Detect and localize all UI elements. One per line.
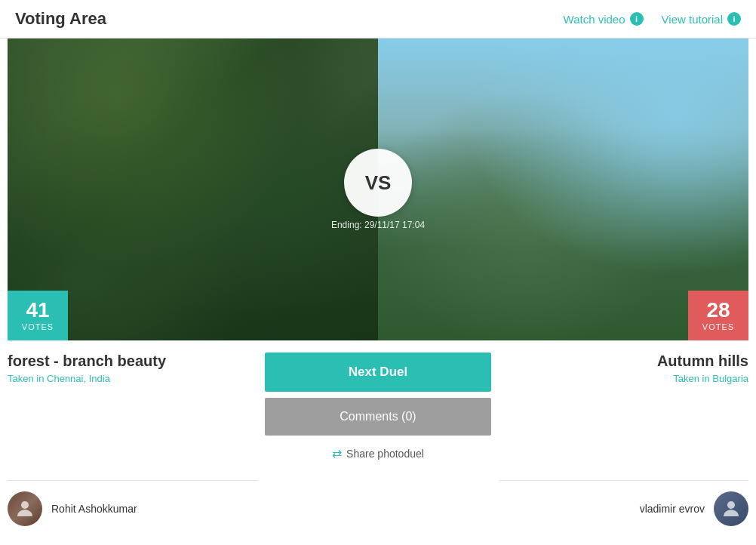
left-avatar-icon [14,497,36,520]
watch-video-link[interactable]: Watch video i [564,12,644,26]
user-section: Rohit Ashokkumar vladimir evrov [0,473,756,534]
vs-circle: VS [344,149,412,217]
comments-button[interactable]: Comments (0) [265,398,491,436]
right-user-avatar [714,491,748,526]
left-user: Rohit Ashokkumar [8,480,257,526]
header-actions: Watch video i View tutorial i [564,12,741,26]
info-section: forest - branch beauty Taken in Chennai,… [0,340,756,473]
svg-point-0 [21,501,29,509]
right-vote-label: VOTES [702,322,735,331]
view-tutorial-label: View tutorial [662,13,723,26]
right-photo-info: Autumn hills Taken in Bulgaria [499,353,748,384]
left-user-avatar [8,491,42,526]
svg-point-1 [727,501,735,509]
right-photo-title: Autumn hills [499,353,748,370]
next-duel-button[interactable]: Next Duel [265,353,491,392]
right-vote-count: 28 [702,300,735,321]
vote-badge-left: 41 VOTES [8,291,68,340]
left-vote-count: 41 [21,300,54,321]
page-title: Voting Area [15,9,106,29]
header: Voting Area Watch video i View tutorial … [0,0,756,38]
share-label: Share photoduel [346,448,424,460]
vote-badge-right: 28 VOTES [688,291,748,340]
right-user: vladimir evrov [499,480,748,526]
left-photo-title: forest - branch beauty [8,353,257,370]
share-icon: ⇄ [332,446,342,460]
right-avatar-icon [720,497,742,520]
watch-video-label: Watch video [564,13,625,26]
view-tutorial-link[interactable]: View tutorial i [662,12,741,26]
duel-container: VS Ending: 29/11/17 17:04 41 VOTES 28 VO… [8,38,748,340]
left-photo-info: forest - branch beauty Taken in Chennai,… [8,353,257,384]
view-tutorial-info-icon: i [727,12,741,26]
share-photoduel-link[interactable]: ⇄ Share photoduel [265,442,491,465]
center-actions: Next Duel Comments (0) ⇄ Share photoduel [265,353,491,465]
watch-video-info-icon: i [630,12,644,26]
vs-label: VS [365,171,392,195]
ending-text: Ending: 29/11/17 17:04 [331,220,425,230]
right-photo-location: Taken in Bulgaria [499,373,748,384]
left-photo-location: Taken in Chennai, India [8,373,257,384]
right-user-name: vladimir evrov [640,503,705,515]
left-user-name: Rohit Ashokkumar [51,503,137,515]
left-vote-label: VOTES [21,322,54,331]
